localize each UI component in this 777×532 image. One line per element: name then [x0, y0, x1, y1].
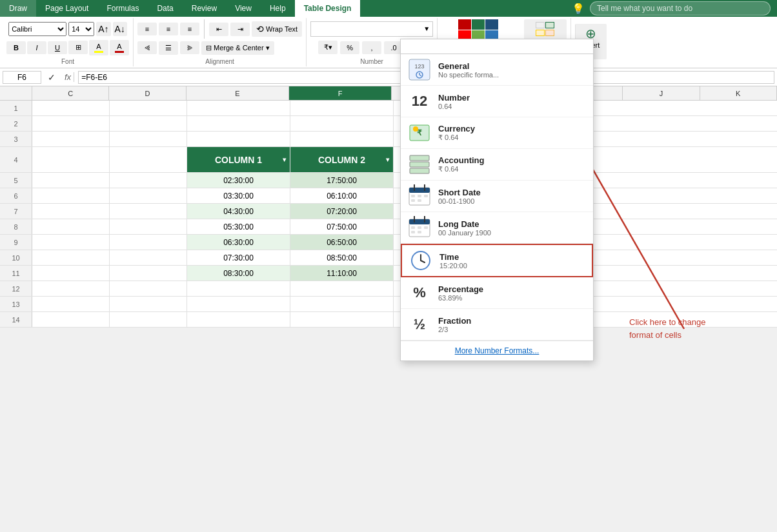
italic-btn[interactable]: I [27, 41, 46, 54]
cell-col2-6[interactable]: 06:10:00 [290, 188, 394, 203]
format-item-accounting[interactable]: Accounting ₹ 0.64 [401, 149, 593, 181]
formula-fx-label: fx [62, 72, 74, 82]
fill-color-btn[interactable]: A [89, 40, 108, 55]
format-item-currency[interactable]: ₹ Currency ₹ 0.64 [401, 117, 593, 149]
align-top-center-btn[interactable]: ≡ [159, 23, 178, 35]
col1-dropdown-icon[interactable]: ▾ [281, 147, 287, 172]
row-1: 1 [0, 101, 777, 116]
cell-f1[interactable] [290, 101, 394, 115]
cell-c1[interactable] [32, 101, 110, 115]
number-group-label: Number [360, 58, 383, 65]
format-icon-general: 123 [407, 57, 432, 82]
cell-col1-9[interactable]: 06:30:00 [187, 235, 290, 250]
cell-d1[interactable] [110, 101, 187, 115]
tab-formulas[interactable]: Formulas [97, 0, 148, 17]
cell-col1-8[interactable]: 05:30:00 [187, 219, 290, 234]
cell-reference-box[interactable] [3, 71, 41, 84]
tab-view[interactable]: View [226, 0, 261, 17]
alignment-bottom-row: ⫷ ☰ ⫸ ⊟ Merge & Center ▾ [137, 39, 302, 57]
format-name-fraction: Fraction [438, 316, 471, 326]
cell-col2-11[interactable]: 11:10:00 [290, 266, 394, 281]
increase-indent-btn[interactable]: ⇥ [230, 23, 250, 36]
tab-table-design[interactable]: Table Design [295, 0, 361, 17]
formula-check-icon[interactable]: ✓ [45, 72, 58, 83]
number-format-dropdown[interactable]: ▼ [310, 21, 433, 37]
tab-help[interactable]: Help [261, 0, 295, 17]
column2-header[interactable]: COLUMN 2 ▾ [290, 147, 394, 172]
currency-style-btn[interactable]: ₹▾ [318, 41, 338, 54]
font-family-select[interactable]: Calibri [8, 22, 66, 36]
percent-style-btn[interactable]: % [340, 41, 359, 54]
align-right-btn[interactable]: ⫸ [180, 41, 199, 54]
col-header-j[interactable]: J [623, 86, 700, 100]
format-item-percentage[interactable]: % Percentage 63.89% [401, 277, 593, 309]
cell-col1-5[interactable]: 02:30:00 [187, 173, 290, 188]
cell-col2-10[interactable]: 08:50:00 [290, 250, 394, 265]
col2-dropdown-icon[interactable]: ▾ [385, 147, 390, 172]
col-header-f[interactable]: F [289, 86, 392, 100]
tab-review[interactable]: Review [183, 0, 226, 17]
merge-center-btn[interactable]: ⊟ Merge & Center ▾ [201, 41, 274, 55]
align-top-left-btn[interactable]: ≡ [137, 23, 157, 35]
cell-col1-10[interactable]: 07:30:00 [187, 250, 290, 265]
cell-col1-11[interactable]: 08:30:00 [187, 266, 290, 281]
svg-rect-17 [424, 195, 428, 197]
format-item-short_date[interactable]: Short Date 00-01-1900 [401, 181, 593, 212]
align-left-btn[interactable]: ⫷ [137, 41, 157, 54]
cell-col2-5[interactable]: 17:50:00 [290, 173, 394, 188]
spreadsheet: C D E F G H I J K 1 2 3 4 [0, 86, 777, 328]
format-list: 123 General No specific forma... 12 Numb… [401, 54, 593, 328]
align-top-right-btn[interactable]: ≡ [180, 23, 199, 35]
decrease-indent-btn[interactable]: ⇤ [209, 23, 228, 36]
font-size-select[interactable]: 14 [68, 22, 94, 36]
format-name-number: Number [438, 93, 470, 103]
format-item-time[interactable]: Time 15:20:00 [401, 244, 593, 277]
format-icon-short_date [407, 184, 432, 208]
col-header-k[interactable]: K [700, 86, 777, 100]
table-row-9: 9 06:30:00 06:50:00 [0, 235, 777, 250]
col-header-c[interactable]: C [32, 86, 109, 100]
format-item-general[interactable]: 123 General No specific forma... [401, 54, 593, 86]
svg-rect-19 [418, 199, 421, 202]
svg-rect-26 [424, 226, 428, 229]
number-format-input[interactable] [311, 23, 421, 35]
tell-me-input[interactable] [590, 1, 771, 15]
bold-btn[interactable]: B [6, 41, 26, 54]
border-btn[interactable]: ⊞ [68, 41, 88, 54]
merge-dropdown-arrow[interactable]: ▾ [266, 44, 270, 52]
format-item-long_date[interactable]: Long Date 00 January 1900 [401, 212, 593, 244]
font-color-btn[interactable]: A [110, 40, 129, 55]
cell-col2-7[interactable]: 07:20:00 [290, 204, 394, 219]
cell-d2[interactable] [110, 116, 187, 131]
row-2: 2 [0, 116, 777, 132]
tab-page-layout[interactable]: Page Layout [36, 0, 97, 17]
decrease-font-btn[interactable]: A↓ [113, 22, 127, 36]
cell-col1-6[interactable]: 03:30:00 [187, 188, 290, 203]
tab-data[interactable]: Data [148, 0, 182, 17]
column1-header[interactable]: COLUMN 1 ▾ [187, 147, 290, 172]
cell-e2[interactable] [187, 116, 290, 131]
col-header-d[interactable]: D [109, 86, 186, 100]
format-search-input[interactable] [401, 39, 593, 54]
ribbon: // Render tabs Draw Page Layout Formulas… [0, 0, 777, 17]
cell-col1-7[interactable]: 04:30:00 [187, 204, 290, 219]
format-icon-fraction: ½ [407, 312, 432, 328]
format-desc-number: 0.64 [438, 103, 470, 110]
format-item-fraction[interactable]: ½ Fraction 2/3 [401, 309, 593, 328]
wrap-text-btn[interactable]: ⟲ Wrap Text [252, 21, 302, 37]
cell-col2-8[interactable]: 07:50:00 [290, 219, 394, 234]
format-item-number[interactable]: 12 Number 0.64 [401, 86, 593, 117]
font-controls: Calibri 14 A↑ A↓ [8, 19, 127, 38]
cell-f2[interactable] [290, 116, 394, 131]
tell-me-bar: 💡 [565, 0, 777, 17]
comma-style-btn[interactable]: , [362, 41, 381, 54]
increase-font-btn[interactable]: A↑ [96, 22, 110, 36]
cell-col2-9[interactable]: 06:50:00 [290, 235, 394, 250]
col-header-e[interactable]: E [187, 86, 289, 100]
cell-c2[interactable] [32, 116, 110, 131]
tab-draw[interactable]: Draw [0, 0, 36, 17]
underline-btn[interactable]: U [48, 41, 67, 54]
number-format-arrow[interactable]: ▼ [421, 25, 432, 32]
cell-e1[interactable] [187, 101, 290, 115]
align-center-btn[interactable]: ☰ [159, 41, 178, 55]
